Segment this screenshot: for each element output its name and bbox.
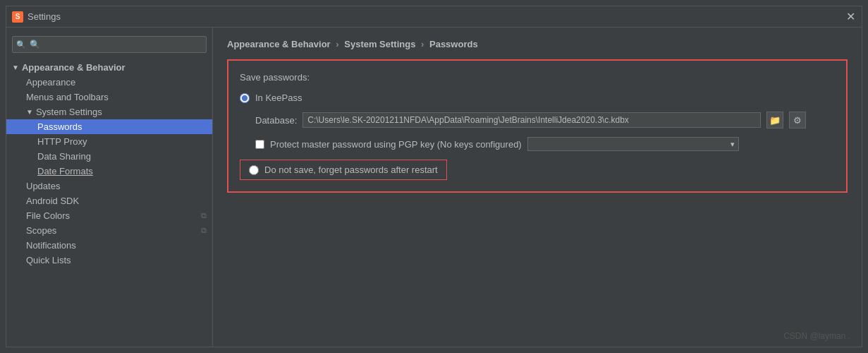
sidebar-label-notifications: Notifications [26, 240, 76, 251]
sidebar-item-date-formats[interactable]: Date Formats [6, 164, 212, 179]
search-input[interactable] [12, 36, 207, 53]
scopes-icon: ⧉ [201, 226, 207, 235]
main-content: 🔍 ▼ Appearance & Behavior Appearance Men… [6, 28, 862, 347]
breadcrumb-part-2: System Settings [344, 39, 415, 49]
forget-option-wrap: Do not save, forget passwords after rest… [240, 160, 447, 180]
breadcrumb-sep-1: › [336, 39, 341, 49]
in-keepass-radio[interactable] [240, 93, 250, 103]
forget-row: Do not save, forget passwords after rest… [240, 160, 835, 180]
in-keepass-option: In KeePass [240, 92, 835, 103]
sidebar-label-data-sharing: Data Sharing [37, 151, 91, 162]
sidebar-label-date-formats: Date Formats [37, 166, 93, 176]
sidebar-label-scopes: Scopes [26, 225, 56, 236]
breadcrumb-part-1: Appearance & Behavior [227, 39, 331, 49]
gear-button[interactable]: ⚙ [789, 112, 806, 128]
pgp-row: Protect master password using PGP key (N… [240, 137, 835, 151]
sidebar-label-system-settings: System Settings [36, 107, 102, 117]
sidebar-item-appearance[interactable]: Appearance [6, 75, 212, 90]
sidebar-item-notifications[interactable]: Notifications [6, 238, 212, 253]
sidebar-label-passwords: Passwords [37, 121, 82, 132]
folder-icon: 📁 [769, 115, 781, 126]
save-passwords-label: Save passwords: [240, 72, 835, 83]
sidebar-item-file-colors[interactable]: File Colors ⧉ [6, 208, 212, 223]
in-keepass-label: In KeePass [255, 92, 302, 103]
db-path-input[interactable] [302, 112, 761, 128]
sidebar: 🔍 ▼ Appearance & Behavior Appearance Men… [6, 28, 213, 347]
sidebar-item-android-sdk[interactable]: Android SDK [6, 193, 212, 208]
pgp-checkbox[interactable] [255, 140, 264, 149]
watermark: CSDN @layman . [783, 331, 850, 341]
folder-button[interactable]: 📁 [766, 112, 783, 128]
sidebar-label-menus-toolbars: Menus and Toolbars [26, 92, 109, 102]
forget-label: Do not save, forget passwords after rest… [264, 164, 438, 175]
sidebar-label-appearance-behavior: Appearance & Behavior [22, 62, 126, 73]
window-title: Settings [27, 11, 845, 22]
sidebar-label-appearance: Appearance [26, 77, 75, 88]
pgp-label: Protect master password using PGP key (N… [270, 139, 522, 150]
breadcrumb-part-3: Passwords [429, 39, 478, 49]
expand-icon: ▼ [12, 64, 19, 71]
radio-group: In KeePass Database: 📁 ⚙ [240, 92, 835, 180]
sidebar-item-updates[interactable]: Updates [6, 179, 212, 193]
titlebar: S Settings ✕ [6, 6, 862, 28]
search-icon: 🔍 [16, 40, 26, 49]
sidebar-item-menus-toolbars[interactable]: Menus and Toolbars [6, 90, 212, 104]
sidebar-item-quick-lists[interactable]: Quick Lists [6, 253, 212, 268]
app-icon: S [12, 11, 23, 23]
sidebar-item-passwords[interactable]: Passwords [6, 119, 212, 134]
gear-icon: ⚙ [793, 115, 802, 126]
db-label: Database: [255, 115, 297, 126]
expand-icon-system: ▼ [26, 108, 33, 116]
sidebar-item-scopes[interactable]: Scopes ⧉ [6, 223, 212, 238]
database-row: Database: 📁 ⚙ [240, 112, 835, 128]
settings-dialog: S Settings ✕ 🔍 ▼ Appearance & Behavior A… [6, 6, 862, 347]
sidebar-label-android-sdk: Android SDK [26, 196, 79, 206]
sidebar-label-updates: Updates [26, 181, 60, 191]
sidebar-item-http-proxy[interactable]: HTTP Proxy [6, 134, 212, 149]
breadcrumb-sep-2: › [421, 39, 427, 49]
sidebar-item-system-settings[interactable]: ▼ System Settings [6, 104, 212, 119]
pgp-dropdown[interactable] [527, 137, 739, 151]
passwords-content-area: Save passwords: In KeePass Database: 📁 ⚙ [227, 59, 848, 193]
sidebar-label-quick-lists: Quick Lists [26, 255, 71, 265]
search-box[interactable]: 🔍 [12, 36, 207, 53]
sidebar-label-file-colors: File Colors [26, 210, 70, 221]
forget-radio[interactable] [249, 165, 259, 175]
sidebar-item-appearance-behavior[interactable]: ▼ Appearance & Behavior [6, 60, 212, 75]
pgp-dropdown-wrap [527, 137, 739, 151]
sidebar-item-data-sharing[interactable]: Data Sharing [6, 149, 212, 164]
main-panel: Appearance & Behavior › System Settings … [213, 28, 862, 347]
close-button[interactable]: ✕ [845, 11, 856, 23]
sidebar-section: ▼ Appearance & Behavior Appearance Menus… [6, 59, 212, 269]
file-colors-icon: ⧉ [201, 211, 207, 220]
breadcrumb: Appearance & Behavior › System Settings … [227, 39, 848, 49]
sidebar-label-http-proxy: HTTP Proxy [37, 136, 87, 147]
